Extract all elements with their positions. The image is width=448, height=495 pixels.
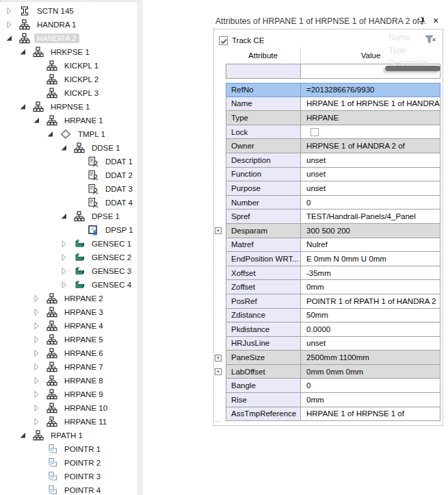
tree-item[interactable]: GENSEC 1 bbox=[0, 237, 137, 251]
tree-item[interactable]: POINTR 3 bbox=[0, 470, 137, 483]
attribute-value-cell[interactable]: E 0mm N 0mm U 0mm bbox=[301, 252, 440, 266]
tree-item[interactable]: KICKPL 3 bbox=[0, 86, 137, 100]
attribute-name-cell[interactable]: Lock bbox=[226, 125, 301, 140]
attribute-name-cell[interactable]: RefNo bbox=[226, 83, 301, 97]
attribute-name-cell[interactable]: Rise bbox=[226, 393, 301, 407]
attribute-value-cell[interactable]: HRPANE bbox=[301, 111, 440, 125]
attribute-name-cell[interactable]: Name bbox=[226, 97, 301, 112]
attribute-value-cell[interactable]: 2500mm 1100mm bbox=[301, 351, 440, 365]
collapse-arrow-icon[interactable] bbox=[5, 34, 19, 42]
expand-arrow-icon[interactable] bbox=[60, 240, 74, 248]
dock-panel-divider[interactable] bbox=[137, 0, 143, 495]
collapse-arrow-icon[interactable] bbox=[19, 103, 33, 111]
collapse-arrow-icon[interactable] bbox=[19, 48, 33, 56]
attribute-value-cell[interactable]: unset bbox=[301, 337, 440, 351]
tree-item[interactable]: DDSE 1 bbox=[0, 141, 137, 155]
attribute-value-cell[interactable]: HRPANE 1 of HRPNSE 1 of bbox=[301, 407, 440, 422]
attribute-name-cell[interactable]: Owner bbox=[226, 139, 301, 153]
expand-plus-icon[interactable]: + bbox=[215, 227, 222, 234]
expand-arrow-icon[interactable] bbox=[33, 377, 47, 385]
expand-arrow-icon[interactable] bbox=[33, 404, 47, 412]
attribute-value-cell[interactable]: 0 bbox=[301, 196, 440, 210]
expand-plus-icon[interactable]: + bbox=[215, 368, 222, 375]
expand-arrow-icon[interactable] bbox=[33, 390, 47, 398]
attribute-value-cell[interactable]: 50mm bbox=[301, 309, 440, 323]
attribute-value-cell[interactable] bbox=[301, 125, 440, 140]
attribute-name-cell[interactable]: HRJusLine bbox=[226, 337, 301, 351]
filter-attribute-cell[interactable] bbox=[226, 64, 301, 79]
tree-item[interactable]: DDAT 3 bbox=[0, 182, 137, 196]
column-header-attribute[interactable]: Attribute bbox=[226, 47, 301, 64]
tree-item[interactable]: HRPANE 8 bbox=[0, 374, 137, 388]
expand-arrow-icon[interactable] bbox=[33, 294, 47, 303]
column-header-value[interactable]: Value bbox=[301, 47, 440, 64]
attribute-name-cell[interactable]: PosRef bbox=[226, 294, 301, 309]
attribute-name-cell[interactable]: Zdistance bbox=[226, 309, 301, 323]
tree-item[interactable]: HRPANE 1 bbox=[0, 114, 137, 127]
expand-arrow-icon[interactable] bbox=[5, 7, 19, 15]
expand-arrow-icon[interactable] bbox=[33, 335, 47, 344]
collapse-arrow-icon[interactable] bbox=[19, 431, 33, 440]
tree-item[interactable]: HRPANE 5 bbox=[0, 333, 137, 346]
attribute-value-cell[interactable]: 0mm bbox=[301, 393, 440, 407]
tree-item[interactable]: SCTN 145 bbox=[0, 4, 137, 18]
attribute-value-cell[interactable]: unset bbox=[301, 153, 440, 168]
attribute-value-cell[interactable]: 0mm bbox=[301, 280, 440, 294]
attribute-name-cell[interactable]: Description bbox=[226, 153, 301, 168]
clear-filter-icon[interactable] bbox=[425, 35, 436, 45]
attribute-name-cell[interactable]: Desparam bbox=[226, 224, 301, 238]
collapse-arrow-icon[interactable] bbox=[47, 130, 60, 138]
pin-icon[interactable] bbox=[417, 16, 427, 26]
attribute-value-cell[interactable]: TEST/Handrail-Panels/4_Panel bbox=[301, 210, 440, 224]
attribute-value-cell[interactable]: 0mm 0mm 0mm bbox=[301, 365, 440, 379]
expand-arrow-icon[interactable] bbox=[60, 267, 74, 275]
tree-item[interactable]: DDAT 1 bbox=[0, 155, 137, 168]
attribute-value-cell[interactable]: =2013286676/9930 bbox=[301, 83, 440, 97]
attribute-value-cell[interactable]: 0 bbox=[301, 379, 440, 393]
tree-item[interactable]: HRPANE 3 bbox=[0, 305, 137, 319]
tree-item[interactable]: HRPANE 9 bbox=[0, 388, 137, 401]
tree-item[interactable]: RPATH 1 bbox=[0, 429, 137, 442]
row-expand-margin[interactable]: + bbox=[214, 351, 226, 365]
tree-item[interactable]: HRPANE 7 bbox=[0, 360, 137, 374]
attribute-value-cell[interactable]: POINTR 1 of RPATH 1 of HANDRA 2 bbox=[301, 294, 440, 309]
expand-arrow-icon[interactable] bbox=[5, 21, 19, 29]
attribute-name-cell[interactable]: PaneSize bbox=[226, 351, 301, 365]
tree-item[interactable]: DPSP 1 bbox=[0, 223, 137, 237]
expand-arrow-icon[interactable] bbox=[33, 322, 47, 330]
attribute-value-cell[interactable]: HRPANE 1 of HRPNSE 1 of HANDRA bbox=[301, 97, 440, 112]
row-expand-margin[interactable]: + bbox=[214, 224, 226, 238]
tree-item[interactable]: POINTR 2 bbox=[0, 456, 137, 470]
tree-item[interactable]: HRPANE 6 bbox=[0, 346, 137, 360]
attribute-name-cell[interactable]: Spref bbox=[226, 210, 301, 224]
attribute-name-cell[interactable]: Matref bbox=[226, 238, 301, 253]
tree-item[interactable]: DDAT 2 bbox=[0, 168, 137, 182]
tree-item[interactable]: GENSEC 4 bbox=[0, 278, 137, 292]
attribute-name-cell[interactable]: Type bbox=[226, 111, 301, 125]
attribute-name-cell[interactable]: Function bbox=[226, 168, 301, 182]
attribute-value-cell[interactable]: unset bbox=[301, 168, 440, 182]
tree-item[interactable]: HRPANE 2 bbox=[0, 292, 137, 305]
tree-item[interactable]: KICKPL 2 bbox=[0, 73, 137, 86]
tree-item[interactable]: HRPANE 11 bbox=[0, 415, 137, 429]
attribute-value-cell[interactable]: -35mm bbox=[301, 266, 440, 281]
row-expand-margin[interactable]: + bbox=[214, 365, 226, 379]
attribute-name-cell[interactable]: Number bbox=[226, 196, 301, 210]
attribute-value-cell[interactable]: 300 500 200 bbox=[301, 224, 440, 238]
tree-item[interactable]: POINTR 4 bbox=[0, 483, 137, 495]
attribute-value-cell[interactable]: Nulref bbox=[301, 238, 440, 253]
expand-arrow-icon[interactable] bbox=[33, 418, 47, 426]
expand-arrow-icon[interactable] bbox=[60, 281, 74, 289]
close-icon[interactable]: ✕ bbox=[431, 16, 440, 25]
collapse-arrow-icon[interactable] bbox=[33, 116, 47, 125]
attribute-name-cell[interactable]: LabOffset bbox=[226, 365, 301, 379]
expand-arrow-icon[interactable] bbox=[33, 308, 47, 316]
tree-item[interactable]: KICKPL 1 bbox=[0, 59, 137, 73]
tree-item[interactable]: DPSE 1 bbox=[0, 210, 137, 223]
tree-item[interactable]: GENSEC 2 bbox=[0, 251, 137, 264]
track-ce-checkbox[interactable] bbox=[219, 36, 228, 45]
tree-item[interactable]: HRPNSE 1 bbox=[0, 100, 137, 114]
attribute-name-cell[interactable]: Pkdistance bbox=[226, 322, 301, 337]
tree-item[interactable]: HRKPSE 1 bbox=[0, 45, 137, 59]
expand-plus-icon[interactable]: + bbox=[215, 355, 222, 361]
